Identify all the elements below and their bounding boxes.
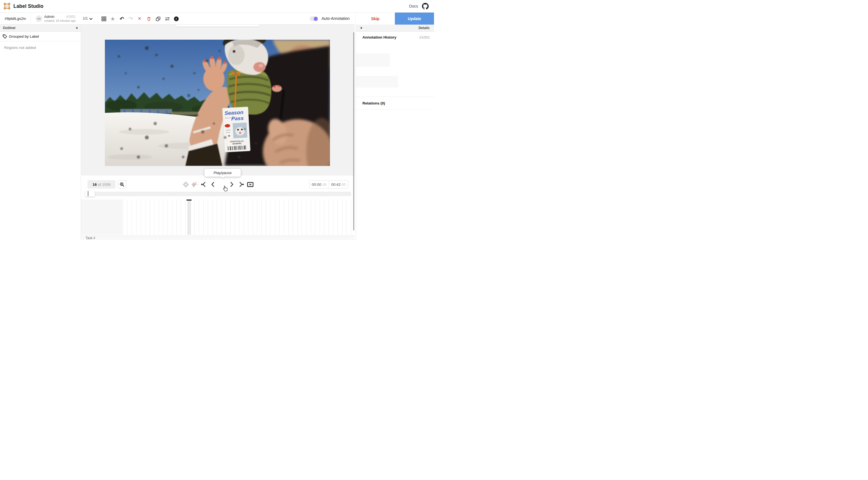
task-id: #9pb8Lgs2iv xyxy=(0,12,31,25)
chevron-right-icon xyxy=(228,181,235,187)
annotation-toolbar: #9pb8Lgs2iv AD Admin #1001 created, 19 m… xyxy=(0,12,434,25)
app-title: Label Studio xyxy=(13,3,43,9)
timeline-minimap-track[interactable] xyxy=(86,192,351,196)
task-strip: Task # xyxy=(81,236,354,240)
duplicate-annotation-button[interactable] xyxy=(154,15,162,22)
total-frames: of 1008 xyxy=(98,182,111,186)
grid-view-button[interactable] xyxy=(100,15,107,22)
timeline-pre-roll xyxy=(81,200,123,235)
minimap-playhead xyxy=(88,191,88,196)
relations-title: Relations (0) xyxy=(363,101,385,105)
tag-icon xyxy=(2,34,7,39)
star-icon: ★ xyxy=(110,16,115,22)
info-icon: i xyxy=(174,16,179,21)
main-content: Season Pass 2011-12 RATATOUILLE BOWERS xyxy=(81,25,354,240)
zoom-in-button[interactable] xyxy=(118,180,126,188)
details-title: Details xyxy=(418,25,430,32)
time-length: 00:42:00 xyxy=(329,180,348,188)
svg-text:2011-12: 2011-12 xyxy=(225,117,231,119)
user-name: Admin xyxy=(44,14,55,19)
time-display: 00:00:16 00:42:00 xyxy=(309,180,348,188)
group-by-label-select[interactable]: Grouped by Label xyxy=(0,32,81,41)
next-frame-button[interactable] xyxy=(227,178,236,191)
collapse-left-icon[interactable] xyxy=(76,27,78,29)
delete-annotation-button[interactable] xyxy=(145,15,152,22)
svg-text:Pass: Pass xyxy=(231,115,244,122)
reset-icon: ✕ xyxy=(137,16,141,21)
frame-counter-input[interactable]: 16 of 1008 xyxy=(88,180,116,188)
player-controls-area: 16 of 1008 xyxy=(81,175,354,240)
auto-annotation-toggle[interactable] xyxy=(310,16,318,21)
vertical-scrollbar[interactable] xyxy=(353,32,354,231)
magnifier-plus-icon xyxy=(120,182,124,187)
expand-right-icon[interactable] xyxy=(361,27,363,29)
relations-section[interactable]: Relations (0) xyxy=(356,97,434,109)
undo-icon: ↶ xyxy=(120,16,124,22)
next-keyframe-button[interactable] xyxy=(237,178,245,191)
history-skeleton xyxy=(356,54,390,67)
chevron-left-icon xyxy=(210,181,216,187)
video-canvas[interactable]: Season Pass 2011-12 RATATOUILLE BOWERS xyxy=(105,40,330,166)
undo-button[interactable]: ↶ xyxy=(118,15,126,22)
video-foreground-hand xyxy=(263,116,330,166)
github-icon[interactable] xyxy=(422,3,429,9)
redo-icon: ↷ xyxy=(129,16,133,22)
timeline-frames[interactable] xyxy=(123,200,354,235)
hand-cursor-icon xyxy=(222,185,228,192)
info-button[interactable]: i xyxy=(173,15,180,22)
redo-button[interactable]: ↷ xyxy=(127,15,134,22)
outliner-panel: Outliner Grouped by Label Regions not ad… xyxy=(0,25,81,240)
timeline-playhead-handle[interactable] xyxy=(187,200,191,201)
keyframe-add-button[interactable] xyxy=(182,178,190,191)
play-pause-tooltip: Play/pause xyxy=(205,169,241,177)
user-avatar[interactable]: AD xyxy=(35,15,42,22)
annotation-history-id: #1001 xyxy=(419,35,430,39)
outliner-title: Outliner xyxy=(3,25,16,32)
trash-icon xyxy=(147,16,151,21)
timeline-playhead-column[interactable] xyxy=(187,200,191,235)
annotation-history-title: Annotation History xyxy=(363,35,397,39)
floating-toolbar-edge xyxy=(176,25,259,27)
reset-button[interactable]: ✕ xyxy=(136,15,143,22)
sliders-icon xyxy=(165,16,170,21)
label-studio-logo-icon[interactable] xyxy=(4,3,10,9)
toggle-knob xyxy=(314,17,318,21)
details-header: Details xyxy=(356,25,434,32)
docs-link[interactable]: Docs xyxy=(409,4,418,8)
keyframe-remove-icon xyxy=(191,181,198,188)
chevron-down-icon[interactable] xyxy=(89,17,93,21)
top-bar: Label Studio Docs xyxy=(0,0,434,12)
settings-button[interactable] xyxy=(163,15,171,22)
annotation-created: created, 19 minutes ago xyxy=(44,19,76,22)
regions-empty-state: Regions not added xyxy=(4,45,36,50)
next-keyframe-icon xyxy=(238,181,244,187)
keyframe-remove-button[interactable] xyxy=(190,178,199,191)
auto-annotation-label: Auto-Annotation xyxy=(321,16,349,21)
details-panel: Details Annotation History #1001 Relatio… xyxy=(356,25,434,240)
label-studio-app: Label Studio Docs #9pb8Lgs2iv AD Admin #… xyxy=(0,0,434,240)
outliner-header: Outliner xyxy=(0,25,81,32)
time-position: 00:00:16 xyxy=(310,180,329,188)
duplicate-icon xyxy=(156,16,160,21)
previous-keyframe-button[interactable] xyxy=(200,178,208,191)
timeline-grid[interactable] xyxy=(81,200,354,235)
annotation-id: #1001 xyxy=(66,15,75,19)
timeline-collapse-button[interactable] xyxy=(246,178,254,191)
task-strip-label: Task # xyxy=(86,236,95,240)
timeline-minimap-viewport[interactable] xyxy=(85,191,95,197)
update-button[interactable]: Update xyxy=(395,12,434,25)
group-mode-label: Grouped by Label xyxy=(9,34,39,39)
collapse-panel-icon xyxy=(247,181,254,187)
previous-frame-button[interactable] xyxy=(209,178,217,191)
keyframe-add-icon xyxy=(183,181,189,188)
star-button[interactable]: ★ xyxy=(109,15,116,22)
video-badge: Season Pass 2011-12 RATATOUILLE BOWERS xyxy=(222,107,250,152)
history-skeleton xyxy=(356,76,398,88)
current-frame: 16 xyxy=(93,182,97,186)
skip-button[interactable]: Skip xyxy=(356,12,395,25)
annotation-pager: 1/1 xyxy=(83,16,88,21)
previous-keyframe-icon xyxy=(201,181,207,187)
